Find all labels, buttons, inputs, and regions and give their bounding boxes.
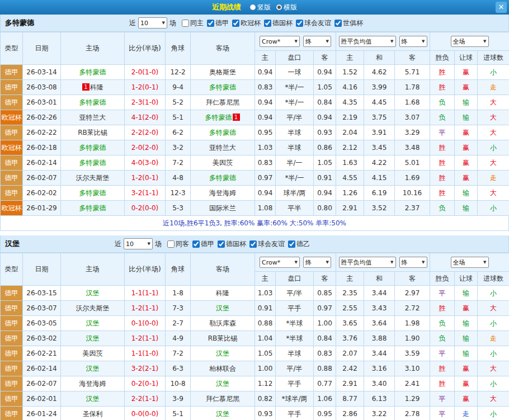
away-team-link[interactable]: 科隆 [216,289,229,297]
ah-home-odds: 0.97 [255,171,276,186]
home-team-link[interactable]: 多特蒙德 [79,98,106,106]
away-team-link[interactable]: 多特蒙德 [209,83,236,91]
home-team-link[interactable]: 汉堡 [86,334,100,342]
recent-count-select[interactable]: 10 ▼ [124,238,153,249]
away-team-link[interactable]: 柏林联合 [209,365,236,372]
home-team-link[interactable]: 亚特兰大 [79,114,106,121]
home-team-link[interactable]: 多特蒙德 [79,189,106,197]
checkbox-input[interactable] [218,240,225,248]
away-team-link[interactable]: 多特蒙德 [209,174,236,182]
match-score: 1-1(1-0) [125,346,166,361]
filter-checkbox[interactable]: 德国杯 [264,18,293,28]
away-team-cell: 多特蒙德 [191,80,255,95]
filter-checkbox[interactable]: 德甲 [192,239,214,249]
home-team-link[interactable]: 海登海姆 [79,380,106,388]
final-odds-select[interactable]: 终 ▼ [303,36,331,47]
away-team-link[interactable]: 拜仁慕尼黑 [206,395,239,403]
home-team-link[interactable]: RB莱比锡 [78,129,107,136]
filter-checkbox[interactable]: 德国杯 [218,239,246,249]
away-team-link[interactable]: 汉堡 [216,380,229,388]
checkbox-input[interactable] [182,20,189,27]
result-handicap: 走 [455,407,478,420]
home-team-link[interactable]: 沃尔夫斯堡 [76,174,110,182]
away-team-link[interactable]: 多特蒙德 [205,114,232,121]
checkbox-input[interactable] [167,240,175,248]
final-odds-select[interactable]: 终 ▼ [399,36,427,47]
ah-line: *球半/两 [276,391,314,407]
checkbox-input[interactable] [296,20,303,27]
home-team-link[interactable]: 多特蒙德 [79,204,106,212]
layout-radio-vertical[interactable]: 竖版 [250,3,271,12]
away-team-link[interactable]: 美因茨 [213,159,233,167]
col-handicap: 让球 [455,51,478,65]
match-row: 德甲26-03-01多特蒙德2-3(1-0)5-2拜仁慕尼黑0.94*半/一0.… [1,95,509,110]
filter-checkbox[interactable]: 球会友谊 [249,239,285,249]
checkbox-input[interactable] [192,240,200,248]
bookmaker-select[interactable]: Crow* ▼ [260,36,300,47]
away-team-link[interactable]: 奥格斯堡 [209,68,236,76]
checkbox-input[interactable] [207,20,214,27]
away-team-link[interactable]: 拜仁慕尼黑 [206,98,239,106]
home-team-link[interactable]: 汉堡 [86,395,100,403]
checkbox-input[interactable] [288,240,295,248]
home-team-link[interactable]: 圣保利 [83,410,103,418]
filter-checkbox[interactable]: 球会友谊 [296,18,331,28]
checkbox-input[interactable] [232,20,239,27]
checkbox-input[interactable] [264,20,271,27]
away-team-link[interactable]: 汉堡 [216,350,229,357]
filter-checkbox[interactable]: 德甲 [207,18,229,28]
filter-checkbox[interactable]: 欧冠杯 [232,18,261,28]
checkbox-input[interactable] [334,20,342,27]
final-odds-select[interactable]: 终 ▼ [399,257,427,268]
recent-count-select[interactable]: 10 ▼ [138,17,167,29]
filter-checkbox[interactable]: 同客 [167,239,189,249]
home-team-link[interactable]: 美因茨 [83,350,103,357]
away-team-link[interactable]: 汉堡 [216,410,229,418]
ah-home-odds: 1.08 [255,201,276,216]
eu-draw-odds: 3.75 [364,110,395,125]
final-odds-select[interactable]: 终 ▼ [303,257,331,268]
filter-checkbox[interactable]: 德乙 [288,239,310,249]
checkbox-label: 同主 [190,18,204,28]
ah-line: 平半 [276,201,314,216]
filter-checkbox[interactable]: 同主 [182,18,204,28]
ah-away-odds: 0.94 [314,186,336,201]
home-team-cell: 汉堡 [61,331,125,346]
result-handicap: 输 [455,331,478,346]
home-team-link[interactable]: 汉堡 [86,319,100,327]
bookmaker-select[interactable]: Crow* ▼ [260,257,300,268]
close-icon[interactable]: ✕ [496,2,507,13]
away-team-link[interactable]: RB莱比锡 [208,334,238,342]
home-team-link[interactable]: 汉堡 [86,289,100,297]
handicap-odds-group: Crow* ▼ 终 ▼ [255,32,336,51]
result-outcome: 胜 [430,65,455,80]
ah-home-odds: 1.04 [255,331,276,346]
filter-checkbox[interactable]: 世俱杯 [334,18,363,28]
away-team-cell: 亚特兰大 [191,140,255,155]
avg-odds-select[interactable]: 胜平负均值 ▼ [339,257,396,268]
home-team-link[interactable]: 多特蒙德 [79,144,106,152]
away-team-link[interactable]: 多特蒙德 [209,129,236,136]
away-team-link[interactable]: 国际米兰 [209,204,236,212]
home-team-link[interactable]: 多特蒙德 [79,68,106,76]
away-team-link[interactable]: 亚特兰大 [209,144,236,152]
col-type: 类型 [1,32,23,65]
away-team-cell: RB莱比锡 [191,331,255,346]
home-team-link[interactable]: 科隆 [90,83,103,91]
home-team-cell: 多特蒙德 [61,201,125,216]
scope-select[interactable]: 全场 ▼ [451,257,489,268]
checkbox-input[interactable] [249,240,257,248]
away-team-link[interactable]: 勒沃库森 [209,319,236,327]
avg-odds-select[interactable]: 胜平负均值 ▼ [339,36,396,47]
league-badge: 德甲 [1,65,23,80]
result-handicap: 赢 [455,171,478,186]
eu-home-odds: 2.12 [336,140,364,155]
home-team-link[interactable]: 汉堡 [86,365,100,372]
filter-bar: 近 10 ▼ 场 同客德甲德国杯球会友谊德乙 [115,238,313,249]
away-team-link[interactable]: 汉堡 [216,304,229,312]
home-team-link[interactable]: 多特蒙德 [79,159,106,167]
away-team-link[interactable]: 海登海姆 [209,189,236,197]
scope-select[interactable]: 全场 ▼ [451,36,489,47]
layout-radio-horizontal[interactable]: 横版 [276,3,297,12]
home-team-link[interactable]: 沃尔夫斯堡 [76,304,110,312]
